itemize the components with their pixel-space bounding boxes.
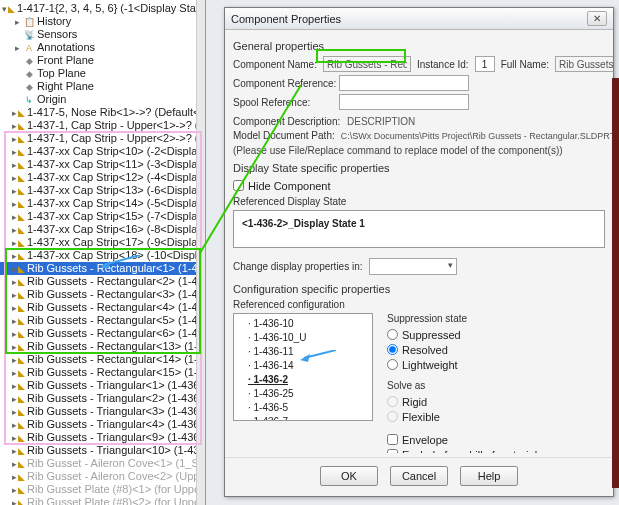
model-path-value: C:\SWx Documents\Pitts Project\Rib Gusse…	[341, 131, 613, 141]
solve-as-header: Solve as	[387, 380, 605, 391]
tree-item[interactable]: ▸◣1-437-xx Cap Strip<17> (-9<Display Sta…	[0, 236, 205, 249]
config-specific-header: Configuration specific properties	[233, 283, 605, 295]
general-properties-header: General properties	[233, 40, 605, 52]
tree-item[interactable]: ▸◣Rib Gussets - Rectangular<13> (1-436-1…	[0, 340, 205, 353]
component-reference-input[interactable]	[339, 75, 469, 91]
tree-item[interactable]: ▸◣Rib Gussets - Triangular<10> (1-436-8<…	[0, 444, 205, 457]
tree-item[interactable]: ◆Right Plane	[0, 80, 205, 93]
tree-item[interactable]: ▸◣1-437-xx Cap Strip<18> (-10<Display St…	[0, 249, 205, 262]
tree-item[interactable]: ▸◣Rib Gussets - Triangular<4> (1-436-6<D…	[0, 418, 205, 431]
config-item[interactable]: · 1-436-2	[248, 373, 370, 387]
tree-item[interactable]: ▸◣1-417-5, Nose Rib<1>->? (Default<<Defa…	[0, 106, 205, 119]
tree-item[interactable]: ↳Origin	[0, 93, 205, 106]
tree-item[interactable]: ▸◣Rib Gussets - Triangular<2> (1-436-3<<…	[0, 392, 205, 405]
solve-rigid: Rigid	[387, 394, 605, 409]
model-path-label: Model Document Path:	[233, 130, 335, 141]
tree-item[interactable]: ▸◣Rib Gusset - Aileron Cove<1> (1_START …	[0, 457, 205, 470]
tree-item[interactable]: ▸◣Rib Gussets - Rectangular<15> (1-436-1…	[0, 366, 205, 379]
config-item[interactable]: · 1-436-5	[248, 401, 370, 415]
tree-item[interactable]: ▸◣Rib Gussets - Rectangular<14> (1-436-1…	[0, 353, 205, 366]
hide-component-checkbox[interactable]: Hide Component	[233, 178, 605, 193]
tree-item[interactable]: ▸◣1-437-xx Cap Strip<16> (-8<Display Sta…	[0, 223, 205, 236]
tree-root[interactable]: ▾◣1-417-1{2, 3, 4, 5, 6} (-1<Display Sta…	[0, 2, 205, 15]
tree-item[interactable]: ▸AAnnotations	[0, 41, 205, 54]
component-name-input[interactable]	[323, 56, 411, 72]
tree-item[interactable]: ▸📋History	[0, 15, 205, 28]
tree-item[interactable]: ▸◣Rib Gusset - Aileron Cove<2> (Upper)	[0, 470, 205, 483]
config-item[interactable]: · 1-436-7	[248, 415, 370, 421]
component-reference-label: Component Reference:	[233, 78, 333, 89]
tree-item[interactable]: 📡Sensors	[0, 28, 205, 41]
tree-item[interactable]: ▸◣Rib Gussets - Triangular<9> (1-436-8<<…	[0, 431, 205, 444]
instance-id-label: Instance Id:	[417, 59, 469, 70]
suppression-state-header: Suppression state	[387, 313, 605, 324]
tree-item[interactable]: ▸◣1-437-xx Cap Strip<14> (-5<Display Sta…	[0, 197, 205, 210]
config-item[interactable]: · 1-436-10	[248, 317, 370, 331]
change-display-props-label: Change display properties in:	[233, 261, 363, 272]
tree-item[interactable]: ▸◣Rib Gussets - Triangular<3> (1-436-3<<…	[0, 405, 205, 418]
tree-item[interactable]: ▸◣Rib Gussets - Rectangular<4> (1-436-7<…	[0, 301, 205, 314]
suppression-suppressed[interactable]: Suppressed	[387, 327, 605, 342]
full-name-input[interactable]	[555, 56, 613, 72]
tree-item[interactable]: ▸◣1-437-1, Cap Strip - Upper<1>->? (Defa…	[0, 119, 205, 132]
close-icon[interactable]: ✕	[587, 11, 607, 26]
change-display-props-combo[interactable]	[369, 258, 457, 275]
config-item[interactable]: · 1-436-10_U	[248, 331, 370, 345]
tree-item[interactable]: ▸◣Rib Gusset Plate (#8)<2> (for Upper)	[0, 496, 205, 505]
component-description-label: Component Description:	[233, 116, 341, 127]
tree-item[interactable]: ◆Front Plane	[0, 54, 205, 67]
component-properties-dialog: Component Properties ✕ General propertie…	[224, 7, 614, 497]
spool-reference-input[interactable]	[339, 94, 469, 110]
cancel-button[interactable]: Cancel	[390, 466, 448, 486]
config-item[interactable]: · 1-436-14	[248, 359, 370, 373]
suppression-resolved[interactable]: Resolved	[387, 342, 605, 357]
tree-item[interactable]: ◆Top Plane	[0, 67, 205, 80]
replace-note: (Please use File/Replace command to repl…	[233, 145, 605, 156]
tree-item[interactable]: ▸◣Rib Gussets - Rectangular<2> (1-436-2<…	[0, 275, 205, 288]
referenced-display-state-box[interactable]: <1-436-2>_Display State 1	[233, 210, 605, 248]
tree-item[interactable]: ▸◣Rib Gussets - Rectangular<6> (1-436-2<…	[0, 327, 205, 340]
referenced-config-label: Referenced configuration	[233, 299, 605, 310]
tree-item[interactable]: ▸◣1-437-1, Cap Strip - Upper<2>->? (Defa…	[0, 132, 205, 145]
tree-item[interactable]: ▸◣Rib Gussets - Rectangular<1> (1-436-2<…	[0, 262, 205, 275]
tree-item[interactable]: ▸◣1-437-xx Cap Strip<10> (-2<Display Sta…	[0, 145, 205, 158]
ok-button[interactable]: OK	[320, 466, 378, 486]
tree-item[interactable]: ▸◣1-437-xx Cap Strip<13> (-6<Display Sta…	[0, 184, 205, 197]
tree-item[interactable]: ▸◣1-437-xx Cap Strip<12> (-4<Display Sta…	[0, 171, 205, 184]
referenced-display-state-label: Referenced Display State	[233, 196, 605, 207]
spool-reference-label: Spool Reference:	[233, 97, 333, 108]
component-name-label: Component Name:	[233, 59, 317, 70]
config-item[interactable]: · 1-436-25	[248, 387, 370, 401]
tree-scrollbar[interactable]	[196, 0, 205, 505]
tree-item[interactable]: ▸◣Rib Gussets - Rectangular<5> (1-436-7<…	[0, 314, 205, 327]
feature-tree: ▾◣1-417-1{2, 3, 4, 5, 6} (-1<Display Sta…	[0, 0, 206, 505]
tree-item[interactable]: ▸◣Rib Gussets - Triangular<1> (1-436-6<D…	[0, 379, 205, 392]
suppression-lightweight[interactable]: Lightweight	[387, 357, 605, 372]
full-name-label: Full Name:	[501, 59, 549, 70]
background-stripe	[612, 78, 619, 488]
config-item[interactable]: · 1-436-11	[248, 345, 370, 359]
display-state-header: Display State specific properties	[233, 162, 605, 174]
referenced-display-state-value: <1-436-2>_Display State 1	[242, 218, 365, 229]
dialog-title: Component Properties	[231, 13, 341, 25]
tree-item[interactable]: ▸◣Rib Gussets - Rectangular<3> (1-436-2<…	[0, 288, 205, 301]
component-description-value: DESCRIPTION	[347, 116, 415, 127]
solve-flexible: Flexible	[387, 409, 605, 424]
help-button[interactable]: Help	[460, 466, 518, 486]
instance-id-input[interactable]	[475, 56, 495, 72]
tree-item[interactable]: ▸◣1-437-xx Cap Strip<11> (-3<Display Sta…	[0, 158, 205, 171]
envelope-checkbox[interactable]: Envelope	[387, 432, 605, 447]
tree-item[interactable]: ▸◣1-437-xx Cap Strip<15> (-7<Display Sta…	[0, 210, 205, 223]
exclude-bom-checkbox[interactable]: Exclude from bill of materials	[387, 447, 605, 453]
dialog-titlebar[interactable]: Component Properties ✕	[225, 8, 613, 30]
tree-item[interactable]: ▸◣Rib Gusset Plate (#8)<1> (for Upper)	[0, 483, 205, 496]
referenced-config-list[interactable]: · 1-436-10· 1-436-10_U· 1-436-11· 1-436-…	[233, 313, 373, 421]
